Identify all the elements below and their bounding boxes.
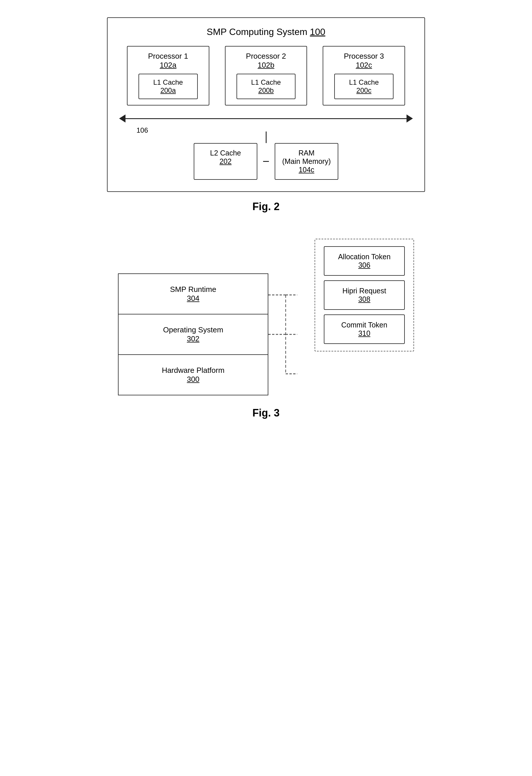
l2-cache-box: L2 Cache202: [194, 143, 257, 180]
operating-system-layer: Operating System302: [119, 315, 268, 355]
cache-3-box: L1 Cache200c: [334, 74, 393, 99]
cache-1-number: 200a: [160, 86, 176, 94]
allocation-token-label: Allocation Token306: [329, 252, 400, 269]
tokens-dashed-box: Allocation Token306 Hipri Request308 Com…: [315, 239, 414, 352]
bus-label: 106: [137, 126, 148, 134]
ram-box: RAM(Main Memory)104c: [275, 143, 338, 180]
commit-token-box: Commit Token310: [324, 315, 405, 344]
hardware-platform-layer: Hardware Platform300: [119, 355, 268, 395]
processor-3-number: 102c: [356, 61, 372, 69]
processor-2-title: Processor 2102b: [246, 52, 286, 70]
arrow-right-icon: [406, 115, 413, 123]
ram-label: RAM(Main Memory)104c: [282, 149, 331, 174]
cache-1-label: L1 Cache200a: [142, 78, 194, 94]
tokens-area: Allocation Token306 Hipri Request308 Com…: [315, 239, 414, 352]
bus-arrow: 106: [119, 111, 413, 126]
processor-1-box: Processor 1102a L1 Cache200a: [127, 46, 209, 106]
hardware-platform-number: 300: [187, 375, 199, 384]
processor-3-title: Processor 3102c: [344, 52, 384, 70]
arrow-left-icon: [119, 115, 126, 123]
hardware-platform-label: Hardware Platform300: [124, 366, 262, 384]
smp-system-box: SMP Computing System 100 Processor 1102a…: [107, 17, 425, 192]
fig3-section: SMP Runtime304 Operating System302 Hardw…: [107, 239, 425, 433]
allocation-token-box: Allocation Token306: [324, 246, 405, 276]
lower-boxes-row: L2 Cache202 RAM(Main Memory)104c: [119, 143, 413, 180]
smp-runtime-number: 304: [187, 294, 199, 303]
fig3-diagram: SMP Runtime304 Operating System302 Hardw…: [107, 239, 425, 395]
processors-row: Processor 1102a L1 Cache200a Processor 2…: [119, 46, 413, 106]
processor-2-box: Processor 2102b L1 Cache200b: [225, 46, 307, 106]
cache-1-box: L1 Cache200a: [139, 74, 197, 99]
commit-token-number: 310: [358, 329, 370, 337]
cache-2-box: L1 Cache200b: [236, 74, 296, 99]
fig2-section: SMP Computing System 100 Processor 1102a…: [107, 17, 425, 227]
ram-number: 104c: [299, 166, 314, 174]
allocation-token-number: 306: [358, 261, 370, 269]
cache-3-label: L1 Cache200c: [338, 78, 390, 94]
fig3-label: Fig. 3: [252, 407, 280, 419]
cache-2-number: 200b: [258, 86, 274, 94]
layers-stack: SMP Runtime304 Operating System302 Hardw…: [118, 273, 268, 395]
hipri-request-label: Hipri Request308: [329, 287, 400, 304]
processor-1-number: 102a: [160, 61, 176, 69]
processor-2-number: 102b: [257, 61, 275, 69]
bus-section: 106: [119, 111, 413, 126]
processor-3-box: Processor 3102c L1 Cache200c: [323, 46, 405, 106]
cache-2-label: L1 Cache200b: [240, 78, 292, 94]
operating-system-number: 302: [187, 334, 199, 343]
smp-runtime-layer: SMP Runtime304: [119, 274, 268, 315]
l2-cache-label: L2 Cache202: [210, 149, 241, 166]
smp-system-title: SMP Computing System 100: [119, 27, 413, 37]
cache-3-number: 200c: [356, 86, 372, 94]
fig2-label: Fig. 2: [252, 201, 280, 213]
h-line: [263, 161, 269, 162]
connector-svg: [268, 273, 297, 395]
vertical-connector-line: [266, 132, 267, 143]
processor-1-title: Processor 1102a: [148, 52, 188, 70]
h-connector: [263, 161, 269, 162]
hipri-request-box: Hipri Request308: [324, 280, 405, 310]
smp-system-number: 100: [310, 27, 325, 37]
l2-cache-number: 202: [219, 157, 231, 165]
commit-token-label: Commit Token310: [329, 321, 400, 338]
operating-system-label: Operating System302: [124, 326, 262, 343]
smp-runtime-label: SMP Runtime304: [124, 285, 262, 303]
bus-line: [126, 118, 406, 119]
hipri-request-number: 308: [358, 295, 370, 303]
